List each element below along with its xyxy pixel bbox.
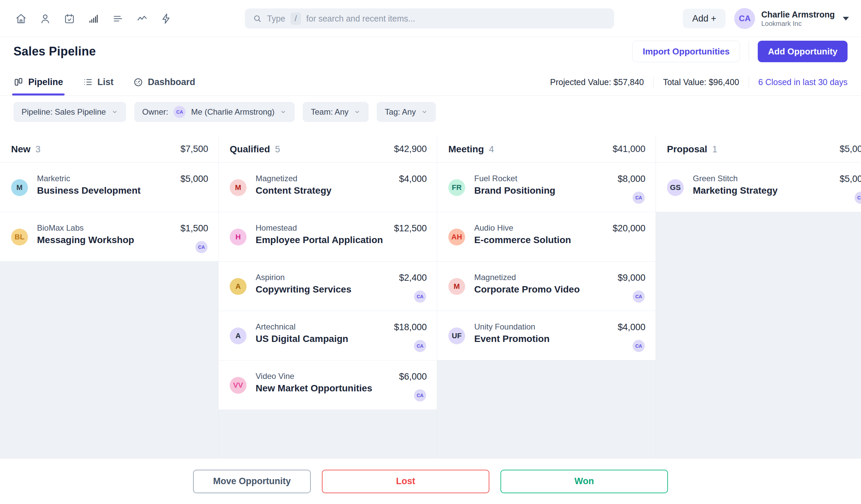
total-value-stat: Total Value: $96,400 — [663, 77, 739, 87]
card-owner-badge: CA — [414, 340, 426, 352]
opportunity-card[interactable]: VV Video Vine New Market Opportunities $… — [219, 361, 437, 410]
filter-owner[interactable]: Owner: CA Me (Charlie Armstrong) — [134, 102, 295, 122]
card-value: $8,000 — [617, 174, 645, 184]
import-opportunities-button[interactable]: Import Opportunities — [632, 41, 740, 62]
company-avatar: FR — [448, 179, 465, 196]
company-avatar: M — [230, 179, 247, 196]
lost-button[interactable]: Lost — [322, 470, 489, 493]
pipeline-column: Qualified 5 $42,900 M Magnetized Content… — [219, 136, 437, 458]
card-company-name: Video Vine — [256, 372, 294, 381]
closed-deals-link[interactable]: 6 Closed in last 30 days — [758, 77, 848, 87]
automation-icon[interactable] — [161, 13, 172, 24]
column-name: Meeting — [448, 144, 484, 155]
filter-pipeline-label: Pipeline: Sales Pipeline — [22, 107, 106, 117]
column-cards: GS Green Stitch Marketing Strategy $5,00… — [656, 163, 861, 212]
card-opportunity-title: Business Development — [37, 185, 140, 196]
card-company-name: Fuel Rocket — [474, 174, 517, 183]
column-header: Proposal 1 $5,000 — [656, 136, 861, 163]
company-avatar: GS — [667, 179, 684, 196]
owner-avatar: CA — [174, 106, 186, 118]
card-opportunity-title: US Digital Campaign — [256, 334, 348, 344]
company-avatar: BL — [11, 229, 28, 246]
user-avatar: CA — [734, 8, 755, 29]
column-cards: M Marketric Business Development $5,000 … — [0, 163, 218, 262]
opportunity-card[interactable]: A Artechnical US Digital Campaign $18,00… — [219, 311, 437, 361]
column-total-value: $41,000 — [613, 144, 645, 154]
filter-team[interactable]: Team: Any — [303, 102, 369, 122]
card-opportunity-title: Marketing Strategy — [693, 185, 778, 196]
card-value: $5,000 — [180, 174, 208, 184]
opportunity-card[interactable]: M Marketric Business Development $5,000 — [0, 163, 218, 212]
tab-dashboard[interactable]: Dashboard — [133, 77, 195, 87]
card-opportunity-title: Employee Portal Application — [256, 235, 383, 246]
lists-icon[interactable] — [112, 13, 123, 24]
opportunity-card[interactable]: GS Green Stitch Marketing Strategy $5,00… — [656, 163, 861, 212]
add-opportunity-button[interactable]: Add Opportunity — [758, 41, 848, 62]
nav-icon-group — [15, 0, 172, 37]
header-divider — [749, 41, 749, 61]
company-avatar: H — [230, 229, 247, 246]
card-opportunity-title: Corporate Promo Video — [474, 284, 580, 295]
card-value: $20,000 — [613, 223, 645, 234]
column-total-value: $42,900 — [394, 144, 427, 154]
reports-icon[interactable] — [88, 13, 99, 24]
tab-pipeline-label: Pipeline — [28, 77, 63, 87]
quick-add-button[interactable]: Add + — [683, 9, 725, 28]
search-input[interactable]: Type / for search and recent items... — [245, 9, 614, 29]
card-value: $6,000 — [399, 372, 427, 382]
contacts-icon[interactable] — [40, 13, 51, 24]
tab-pipeline[interactable]: Pipeline — [13, 77, 63, 87]
user-menu[interactable]: CA Charlie Armstrong Lookmark Inc — [734, 8, 849, 29]
card-company-name: BioMax Labs — [37, 223, 84, 233]
card-company-name: Magnetized — [256, 174, 297, 183]
won-button[interactable]: Won — [501, 470, 668, 493]
pipeline-board: New 3 $7,500 M Marketric Business Develo… — [0, 136, 861, 458]
opportunity-card[interactable]: BL BioMax Labs Messaging Workshop $1,500… — [0, 212, 218, 262]
card-value: $5,000 — [839, 174, 861, 184]
card-value: $1,500 — [180, 223, 208, 234]
card-company-name: Artechnical — [256, 322, 296, 332]
card-value: $4,000 — [617, 322, 645, 333]
opportunity-card[interactable]: AH Audio Hive E-commerce Solution $20,00… — [437, 212, 656, 262]
card-opportunity-title: E-commerce Solution — [474, 235, 571, 246]
card-value: $9,000 — [617, 273, 645, 283]
column-cards: M Magnetized Content Strategy $4,000 H H… — [219, 163, 437, 410]
company-avatar: A — [230, 327, 247, 344]
card-value: $12,500 — [394, 223, 427, 234]
opportunity-card[interactable]: H Homestead Employee Portal Application … — [219, 212, 437, 262]
card-owner-badge: CA — [414, 389, 426, 402]
chevron-down-icon — [111, 109, 118, 115]
card-value: $18,000 — [394, 322, 427, 333]
user-company: Lookmark Inc — [761, 20, 835, 28]
filter-pipeline[interactable]: Pipeline: Sales Pipeline — [13, 102, 126, 122]
opportunity-card[interactable]: M Magnetized Corporate Promo Video $9,00… — [437, 262, 656, 311]
opportunity-card[interactable]: FR Fuel Rocket Brand Positioning $8,000 … — [437, 163, 656, 212]
move-opportunity-button[interactable]: Move Opportunity — [193, 470, 311, 493]
chevron-down-icon — [354, 109, 360, 115]
pipeline-column: New 3 $7,500 M Marketric Business Develo… — [0, 136, 219, 458]
calendar-icon[interactable] — [64, 13, 75, 24]
activity-icon[interactable] — [137, 13, 148, 24]
column-name: New — [11, 144, 31, 155]
pipeline-column: Meeting 4 $41,000 FR Fuel Rocket Brand P… — [437, 136, 656, 458]
list-icon — [83, 77, 93, 87]
card-company-name: Audio Hive — [474, 223, 513, 233]
opportunity-card[interactable]: A Aspirion Copywriting Services $2,400 C… — [219, 262, 437, 311]
filter-owner-label: Owner: — [142, 107, 168, 117]
column-name: Proposal — [667, 144, 707, 155]
slash-shortcut-key: / — [290, 12, 301, 25]
opportunity-card[interactable]: M Magnetized Content Strategy $4,000 — [219, 163, 437, 212]
opportunity-card[interactable]: UF Unity Foundation Event Promotion $4,0… — [437, 311, 656, 361]
card-opportunity-title: Brand Positioning — [474, 185, 555, 196]
filter-tag[interactable]: Tag: Any — [377, 102, 436, 122]
column-name: Qualified — [230, 144, 270, 155]
home-icon[interactable] — [15, 13, 27, 24]
tab-dashboard-label: Dashboard — [148, 77, 195, 87]
card-owner-badge: CA — [633, 340, 645, 352]
column-header: Meeting 4 $41,000 — [437, 136, 656, 163]
tab-list[interactable]: List — [83, 77, 114, 87]
column-count: 3 — [36, 144, 41, 155]
page-title: Sales Pipeline — [13, 44, 96, 58]
company-avatar: VV — [230, 377, 247, 394]
card-opportunity-title: New Market Opportunities — [256, 383, 372, 394]
